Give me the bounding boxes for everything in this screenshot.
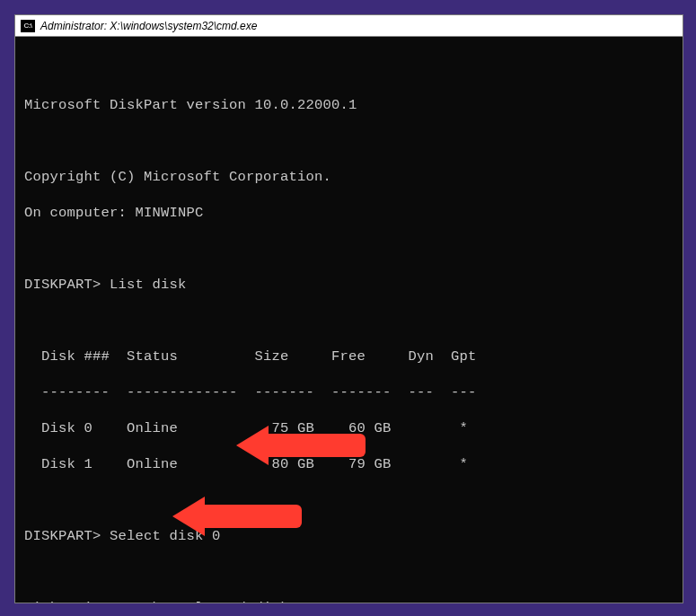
window-title: Administrator: X:\windows\system32\cmd.e… [40, 20, 257, 32]
title-bar[interactable]: C:\ Administrator: X:\windows\system32\c… [15, 15, 683, 37]
table-header: Disk ### Status Size Free Dyn Gpt [24, 348, 675, 365]
prompt-select-disk: DISKPART> Select disk 0 [24, 527, 675, 545]
table-separator: -------- ------------- ------- ------- -… [24, 383, 675, 401]
line-version: Microsoft DiskPart version 10.0.22000.1 [24, 96, 675, 114]
table-row: Disk 0 Online 75 GB 60 GB * [24, 419, 675, 437]
line-computer: On computer: MINWINPC [24, 204, 675, 222]
line-copyright: Copyright (C) Microsoft Corporation. [24, 168, 675, 186]
table-row: Disk 1 Online 80 GB 79 GB * [24, 455, 675, 473]
cmd-window: C:\ Administrator: X:\windows\system32\c… [14, 14, 683, 603]
cmd-icon: C:\ [21, 20, 35, 32]
msg-selected: Disk 0 is now the selected disk. [24, 599, 675, 603]
prompt-list-disk: DISKPART> List disk [24, 276, 675, 294]
console-output[interactable]: Microsoft DiskPart version 10.0.22000.1 … [15, 37, 683, 603]
